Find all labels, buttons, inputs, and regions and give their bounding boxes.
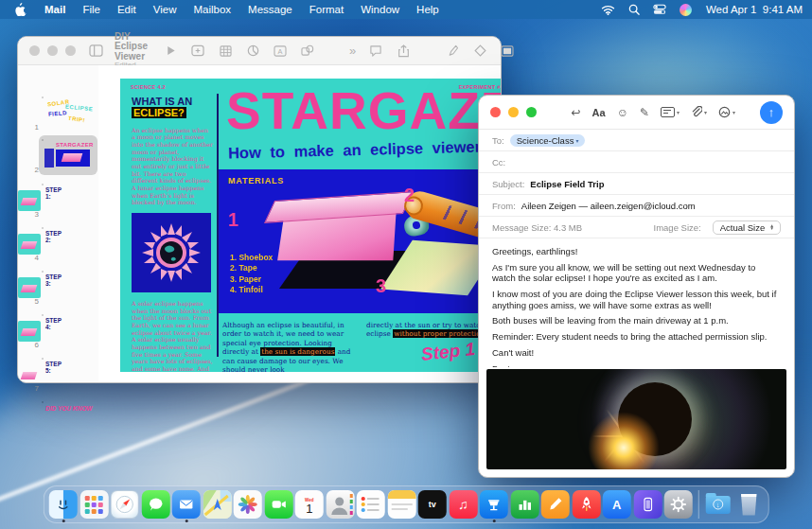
menu-window[interactable]: Window — [352, 4, 408, 15]
slide-thumbnail-1[interactable]: 1 SOLAR ECLIPSE FIELD TRIP! — [18, 96, 98, 133]
message-body[interactable]: Greetings, earthlings! As I'm sure you a… — [479, 238, 794, 367]
subject-field[interactable]: Subject: Eclipse Field Trip — [479, 173, 794, 195]
dock-maps[interactable] — [203, 490, 231, 519]
dock-reminders[interactable] — [357, 490, 385, 519]
dock-rocket-app[interactable] — [572, 490, 600, 519]
more-tools-icon[interactable]: » — [349, 44, 356, 58]
menu-format[interactable]: Format — [301, 4, 352, 15]
menu-message[interactable]: Message — [239, 4, 301, 15]
dock-keynote[interactable] — [480, 490, 508, 519]
slide-course-code[interactable]: SCIENCE 4.2 — [131, 84, 166, 90]
close-button[interactable] — [29, 45, 40, 56]
add-slide-icon[interactable] — [190, 44, 205, 59]
zoom-button[interactable] — [65, 45, 76, 56]
image-size-select[interactable]: Actual Size ▴▾ — [713, 220, 781, 235]
dock-music[interactable]: ♫ — [449, 490, 477, 519]
format-text-icon[interactable]: Aa — [592, 107, 606, 118]
siri-icon[interactable] — [680, 4, 692, 16]
wifi-icon[interactable] — [601, 5, 615, 15]
insert-photo-button[interactable]: ▾ — [718, 106, 735, 118]
menu-view[interactable]: View — [145, 4, 185, 15]
sidebar-toggle-icon[interactable] — [89, 44, 103, 59]
dock-system-settings[interactable] — [664, 490, 693, 519]
play-icon[interactable] — [163, 44, 178, 59]
slide-left-column[interactable]: WHAT IS AN ECLIPSE? An eclipse happens w… — [132, 96, 213, 372]
current-slide[interactable]: SCIENCE 4.2 EXPERIMENT #11 WHAT IS AN EC… — [120, 79, 501, 372]
document-icon[interactable] — [500, 44, 515, 59]
dock-calendar[interactable]: Wed 1 — [295, 490, 324, 519]
eclipse-paragraph-2[interactable]: A solar eclipse happens when the moon bl… — [132, 300, 213, 372]
dock-mail[interactable] — [172, 490, 201, 519]
dock-launchpad[interactable] — [79, 490, 108, 519]
slide-thumbnail-6[interactable]: 6 STEP 4: — [18, 313, 98, 351]
chart-icon[interactable] — [245, 44, 260, 59]
share-icon[interactable] — [396, 44, 411, 59]
slide-thumbnail-8[interactable]: DID YOU KNOW — [18, 400, 98, 438]
slide-headline[interactable]: STARGAZER — [226, 80, 501, 141]
dock-numbers[interactable] — [510, 490, 538, 519]
slide-thumbnail-4[interactable]: 4 STEP 2: — [18, 226, 98, 264]
mail-compose-window[interactable]: ↩ Aa ☺ ✎ ▾ ▾ ▾ ↑ To: Science-Class▾ — [478, 95, 795, 478]
step-label[interactable]: Step 1 — [420, 339, 476, 365]
undo-icon[interactable]: ↩ — [572, 106, 581, 119]
slide-thumbnail-7[interactable]: 7 STEP 5: — [18, 357, 98, 395]
what-is-heading[interactable]: WHAT IS AN ECLIPSE? — [132, 96, 213, 119]
menubar-date[interactable]: Wed Apr 1 9:41 AM — [706, 4, 803, 15]
materials-panel[interactable]: MATERIALS 1 2 3 4 1. Shoebox 2. Tape 3. … — [219, 169, 501, 313]
dock-finder[interactable] — [49, 490, 78, 519]
dock-notes[interactable] — [387, 490, 415, 519]
header-fields-button[interactable]: ▾ — [661, 107, 680, 117]
dock-iphone-mirroring[interactable] — [633, 490, 662, 519]
emoji-icon[interactable]: ☺ — [617, 106, 628, 119]
menu-help[interactable]: Help — [408, 4, 448, 15]
search-icon[interactable] — [628, 4, 640, 15]
eclipse-photo-attachment[interactable] — [486, 369, 786, 469]
sun-illustration[interactable] — [132, 213, 211, 292]
keynote-titlebar[interactable]: DIY Eclipse Viewer Edited A » — [18, 37, 501, 65]
zoom-button[interactable] — [526, 107, 537, 117]
attach-button[interactable]: ▾ — [691, 106, 707, 118]
material-item: 1. Shoebox — [230, 253, 273, 263]
slide-thumbnail-3[interactable]: 3 STEP 1: — [18, 183, 98, 220]
slide-navigator[interactable]: 1 SOLAR ECLIPSE FIELD TRIP! 2 STARGAZER — [18, 65, 98, 382]
format-brush-icon[interactable] — [445, 44, 460, 59]
rocket-icon — [576, 495, 595, 514]
to-field[interactable]: To: Science-Class▾ — [479, 130, 794, 151]
comment-icon[interactable] — [368, 44, 383, 59]
markup-icon[interactable]: ✎ — [640, 106, 649, 119]
dock-messages[interactable] — [141, 490, 169, 519]
keynote-window[interactable]: DIY Eclipse Viewer Edited A » — [17, 36, 502, 383]
menu-mailbox[interactable]: Mailbox — [185, 4, 239, 15]
dock-trash[interactable] — [734, 490, 763, 519]
dock-pages[interactable] — [541, 490, 570, 519]
dock-safari[interactable] — [111, 490, 139, 519]
from-field[interactable]: From: Aileen Zeigen — aileen.zeigen@iclo… — [479, 195, 794, 217]
slide-thumbnail-5[interactable]: 5 STEP 3: — [18, 270, 98, 308]
shape-icon[interactable] — [300, 44, 315, 59]
dock-downloads[interactable]: ↓ — [704, 490, 733, 519]
cc-field[interactable]: Cc: — [479, 151, 794, 173]
apple-menu-icon[interactable] — [15, 3, 26, 16]
caption-left[interactable]: Although an eclipse is beautiful, in ord… — [222, 321, 357, 372]
menu-file[interactable]: File — [74, 4, 109, 15]
to-recipient-token[interactable]: Science-Class▾ — [510, 134, 586, 147]
eclipse-paragraph-1[interactable]: An eclipse happens when a moon or planet… — [132, 127, 213, 206]
dock-app-store[interactable]: A — [603, 490, 631, 519]
slide-subhead[interactable]: How to make an eclipse viewer! — [228, 137, 486, 162]
minimize-button[interactable] — [47, 45, 58, 56]
slide-thumbnail-2-selected[interactable]: 2 STARGAZER — [18, 138, 98, 176]
minimize-button[interactable] — [508, 107, 519, 117]
dock-facetime[interactable] — [264, 490, 292, 519]
menu-app-name[interactable]: Mail — [36, 4, 74, 15]
close-button[interactable] — [490, 107, 501, 117]
slide-canvas[interactable]: SCIENCE 4.2 EXPERIMENT #11 WHAT IS AN EC… — [98, 65, 501, 382]
control-center-icon[interactable] — [653, 4, 666, 15]
dock-photos[interactable] — [234, 490, 262, 519]
dock-tv[interactable]: tv — [418, 490, 447, 519]
send-button[interactable]: ↑ — [760, 101, 783, 124]
menu-edit[interactable]: Edit — [109, 4, 145, 15]
dock-contacts[interactable] — [326, 490, 354, 519]
text-icon[interactable]: A — [273, 44, 288, 59]
animate-icon[interactable] — [472, 44, 487, 59]
table-icon[interactable] — [218, 44, 233, 59]
